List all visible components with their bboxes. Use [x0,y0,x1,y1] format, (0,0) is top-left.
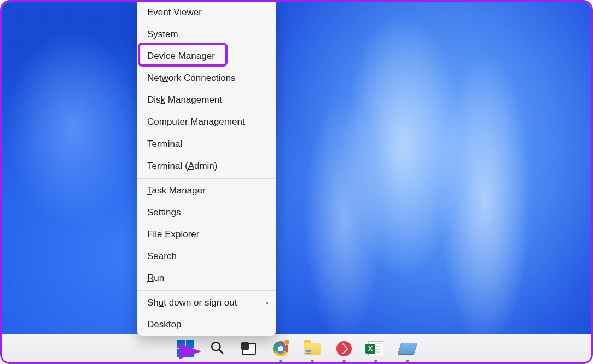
menu-label-key: y [153,29,158,39]
menu-item-settings[interactable]: Settings [137,202,276,224]
svg-point-2 [212,342,220,350]
task-view-icon [242,343,256,355]
profile-badge-icon [284,339,290,345]
menu-item-system[interactable]: System [137,24,276,45]
svg-line-3 [219,349,223,354]
desktop-wallpaper [2,2,591,362]
menu-item-device-manager[interactable]: Device Manager [137,45,276,67]
menu-label-post: ement [219,116,245,127]
todoist-app[interactable] [333,338,355,360]
excel-app[interactable] [365,338,387,360]
menu-label-pre: Dis [147,95,161,105]
menu-label-post: un [154,273,164,283]
chrome-app[interactable] [270,338,292,360]
menu-item-run[interactable]: Run [137,267,276,289]
windows-logo-icon [177,340,194,357]
menu-label-pre: Computer Mana [147,116,214,127]
menu-item-network-connections[interactable]: Network Connections [137,67,276,89]
menu-label-pre: Net [147,73,161,83]
menu-label-post: nal [170,139,183,149]
menu-label-post: ask Manager [152,185,206,196]
menu-label-pre: Device [147,51,178,61]
menu-label-post: t down or sign out [164,297,237,308]
menu-item-search[interactable]: Search [137,245,276,267]
menu-label-pre: Term [147,139,168,149]
menu-label-post: gs [171,207,181,218]
menu-label-key: V [173,7,179,17]
menu-label-key: u [159,297,164,308]
menu-label-post: ork Connections [168,73,236,83]
menu-label-pre: Event [147,7,173,17]
menu-label-post: xplorer [171,229,199,239]
menu-separator [137,290,276,291]
menu-label-key: A [188,161,194,171]
menu-label-key: E [165,229,171,239]
menu-item-file-explorer[interactable]: File Explorer [137,224,276,245]
run-icon [397,343,417,355]
menu-label-pre: Setti [147,207,166,218]
menu-label-post: dmin) [194,161,218,171]
menu-label-post: iewer [179,7,202,17]
folder-icon [304,343,321,355]
file-explorer-app[interactable] [301,338,323,360]
menu-label-pre: File [147,229,165,239]
excel-icon [368,341,383,356]
menu-label-post: esktop [154,319,181,330]
menu-item-task-manager[interactable]: Task Manager [137,180,276,202]
taskbar [2,334,591,362]
menu-label-post: Management [165,95,222,105]
run-app[interactable] [397,338,418,360]
chrome-icon [273,341,288,356]
menu-label-key: M [178,51,186,61]
menu-label-post: earch [153,251,177,261]
menu-label-pre: S [147,29,153,39]
menu-item-shut-down-or-sign-out[interactable]: Shut down or sign out› [137,292,276,314]
search-button[interactable] [206,338,228,360]
winx-context-menu: Event ViewerSystemDevice ManagerNetwork … [137,2,276,336]
menu-label-key: T [147,185,152,196]
menu-separator [137,178,276,179]
chevron-right-icon: › [266,298,268,308]
menu-label-key: g [214,116,219,127]
menu-item-desktop[interactable]: Desktop [137,314,276,336]
menu-label-pre: Sh [147,297,159,308]
menu-label-key: k [161,95,166,105]
menu-item-terminal-admin[interactable]: Terminal (Admin) [137,155,276,177]
search-icon [210,340,224,357]
start-button[interactable] [175,338,196,360]
menu-label-key: D [147,319,154,330]
menu-item-terminal[interactable]: Terminal [137,133,276,155]
app-icon [336,341,352,356]
menu-label-pre: Terminal ( [147,161,188,171]
menu-label-post: stem [158,29,178,39]
menu-label-key: R [147,273,154,283]
task-view-button[interactable] [238,338,260,360]
menu-label-key: w [161,73,168,83]
menu-label-key: S [147,251,153,261]
menu-item-computer-management[interactable]: Computer Management [137,111,276,133]
menu-label-key: n [166,207,171,218]
menu-item-event-viewer[interactable]: Event Viewer [137,2,276,24]
menu-label-post: anager [186,51,215,61]
menu-item-disk-management[interactable]: Disk Management [137,89,276,111]
